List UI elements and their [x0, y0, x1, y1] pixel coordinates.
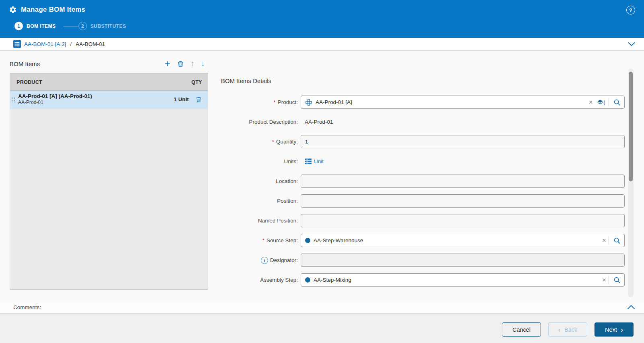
product-picker[interactable]: AA-Prod-01 [A] × ) [301, 96, 625, 109]
source-step-value: AA-Step-Warehouse [314, 237, 363, 243]
step-label: BOM ITEMS [27, 23, 56, 29]
required-marker: * [272, 139, 274, 145]
info-icon[interactable]: i [261, 257, 268, 264]
bom-items-table: PRODUCT QTY AA-Prod-01 [A] (AA-Prod-01) … [10, 73, 208, 290]
bom-items-details: BOM Items Details * Product: AA-Prod-01 … [221, 51, 644, 301]
search-icon[interactable] [610, 234, 624, 247]
units-value: Unit [314, 158, 324, 164]
row-product-name: AA-Prod-01 [A] (AA-Prod-01) [18, 93, 92, 100]
drag-handle-icon[interactable] [12, 97, 15, 102]
comments-label: Comments: [13, 304, 41, 310]
step-number-badge: 2 [78, 22, 87, 30]
source-step-label: Source Step: [266, 237, 298, 243]
units-link[interactable]: Unit [305, 158, 324, 164]
product-value: AA-Prod-01 [A] [316, 99, 352, 105]
move-down-icon[interactable]: ↓ [201, 60, 205, 68]
table-row[interactable]: AA-Prod-01 [A] (AA-Prod-01) AA-Prod-01 1… [10, 91, 208, 108]
breadcrumb: AA-BOM-01 [A.2] / AA-BOM-01 [0, 38, 644, 51]
product-icon [305, 99, 312, 106]
location-label: Location: [276, 178, 298, 184]
wizard-steps: 1 BOM ITEMS 2 SUBSTITUTES [0, 22, 644, 30]
designator-label: Designator: [270, 257, 298, 263]
wizard-footer: Cancel ‹ Back Next › [0, 314, 644, 343]
position-label: Position: [277, 198, 298, 204]
table-header: PRODUCT QTY [10, 74, 208, 91]
product-label: Product: [278, 99, 298, 105]
named-position-label: Named Position: [258, 218, 298, 224]
next-button[interactable]: Next › [594, 322, 634, 337]
back-label: Back [564, 326, 577, 333]
breadcrumb-current: AA-BOM-01 [76, 41, 105, 47]
picker-divider [609, 98, 609, 106]
clear-icon[interactable]: × [601, 237, 608, 244]
search-icon[interactable] [610, 274, 624, 286]
units-label: Units: [284, 158, 298, 164]
bom-items-panel: BOM Items + ↑ ↓ PRODUCT QTY AA-Prod-01 [… [10, 51, 208, 301]
back-button[interactable]: ‹ Back [548, 322, 587, 337]
chevron-left-icon: ‹ [558, 326, 561, 333]
bom-icon [13, 40, 21, 48]
product-description-value: AA-Prod-01 [305, 119, 333, 125]
move-up-icon[interactable]: ↑ [191, 60, 195, 68]
step-icon [305, 277, 310, 283]
chevron-right-icon: › [621, 326, 623, 333]
position-field[interactable] [301, 194, 625, 208]
required-marker: * [273, 99, 275, 105]
collapse-icon[interactable] [627, 305, 635, 310]
step-connector-line [63, 26, 78, 27]
add-icon[interactable]: + [165, 60, 170, 68]
clear-icon[interactable]: × [587, 99, 594, 106]
step-icon [305, 238, 310, 243]
designator-field[interactable] [301, 254, 625, 267]
wizard-body: BOM Items + ↑ ↓ PRODUCT QTY AA-Prod-01 [… [0, 51, 644, 301]
breadcrumb-separator: / [70, 41, 72, 47]
page-title: Manage BOM Items [21, 6, 85, 14]
details-scrollbar[interactable] [628, 69, 634, 297]
column-header-qty: QTY [191, 79, 202, 85]
scrollbar-thumb[interactable] [629, 72, 633, 181]
panel-title: BOM Items [10, 60, 40, 67]
assembly-step-value: AA-Step-Mixing [314, 277, 351, 283]
cancel-button[interactable]: Cancel [502, 322, 541, 337]
row-qty: 1 Unit [173, 96, 189, 102]
step-number-badge: 1 [14, 22, 23, 30]
table-empty-area [10, 108, 208, 289]
details-title: BOM Items Details [221, 77, 644, 84]
required-marker: * [262, 237, 264, 243]
clear-icon[interactable]: × [601, 276, 608, 283]
named-position-field[interactable] [301, 214, 625, 227]
assembly-step-picker[interactable]: AA-Step-Mixing × [301, 273, 625, 287]
wizard-step-bom-items[interactable]: 1 BOM ITEMS [14, 22, 56, 30]
help-icon[interactable]: ? [626, 6, 635, 15]
step-label: SUBSTITUTES [91, 23, 126, 29]
cancel-label: Cancel [512, 326, 530, 333]
breadcrumb-bom-link[interactable]: AA-BOM-01 [A.2] [24, 41, 66, 47]
row-delete-icon[interactable] [195, 96, 202, 103]
row-product-description: AA-Prod-01 [18, 100, 92, 106]
product-description-label: Product Description: [249, 119, 298, 125]
chevron-down-icon[interactable] [628, 42, 635, 46]
comments-section: Comments: [0, 301, 644, 314]
search-icon[interactable] [610, 96, 624, 108]
quantity-field[interactable] [301, 135, 625, 148]
picker-divider [609, 276, 609, 284]
manage-gear-icon [9, 6, 17, 14]
location-field[interactable] [301, 175, 625, 188]
wizard-header: Manage BOM Items ? 1 BOM ITEMS 2 SUBSTIT… [0, 0, 644, 38]
next-label: Next [605, 326, 617, 333]
assembly-step-label: Assembly Step: [260, 277, 298, 283]
source-step-picker[interactable]: AA-Step-Warehouse × [301, 234, 625, 247]
quantity-label: Quantity: [276, 139, 298, 145]
wizard-step-substitutes[interactable]: 2 SUBSTITUTES [78, 22, 126, 30]
revisions-icon[interactable]: ) [597, 99, 605, 106]
delete-icon[interactable] [177, 60, 184, 68]
picker-divider [609, 236, 609, 245]
units-icon [305, 158, 312, 164]
column-header-product: PRODUCT [17, 79, 42, 85]
